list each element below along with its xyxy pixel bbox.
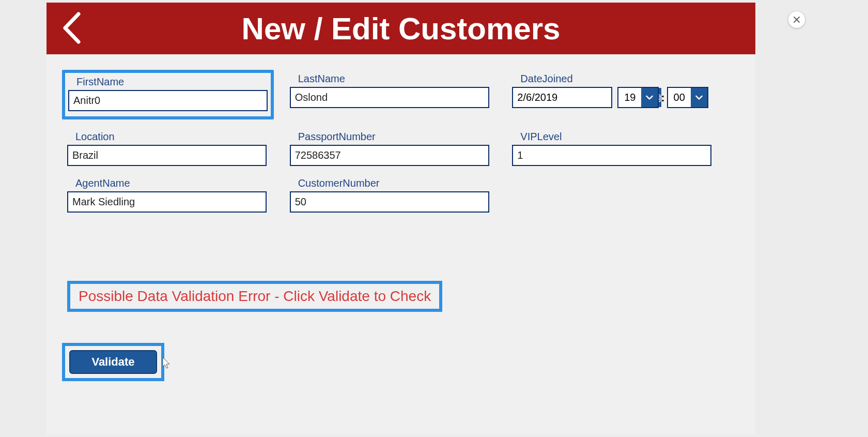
date-input-wrap (512, 87, 612, 108)
panel-title: New / Edit Customers (47, 11, 755, 47)
validation-warning-highlight: Possible Data Validation Error - Click V… (67, 281, 442, 312)
form-row: Location PassportNumber VIPLevel (67, 131, 735, 166)
passportnumber-label: PassportNumber (298, 131, 513, 143)
lastname-label: LastName (298, 73, 513, 85)
close-button[interactable] (788, 11, 805, 28)
lastname-input[interactable] (290, 87, 489, 108)
datejoined-label: DateJoined (520, 73, 735, 85)
close-icon (793, 16, 800, 23)
agentname-input[interactable] (67, 191, 267, 213)
form-row: FirstName LastName DateJoined (67, 73, 735, 119)
edit-customer-panel: New / Edit Customers FirstName LastName … (47, 3, 755, 434)
back-button[interactable] (60, 11, 83, 47)
passportnumber-input[interactable] (290, 145, 489, 166)
hour-select[interactable]: 19 (617, 87, 659, 108)
minute-value: 00 (668, 88, 691, 107)
viplevel-label: VIPLevel (520, 131, 735, 143)
minute-dropdown-button[interactable] (691, 88, 707, 107)
validation-warning-text: Possible Data Validation Error - Click V… (79, 288, 431, 304)
validate-highlight: Validate (62, 343, 164, 381)
form-area: FirstName LastName DateJoined (47, 54, 755, 381)
viplevel-input[interactable] (512, 145, 711, 166)
time-separator: : (659, 91, 667, 104)
hour-dropdown-button[interactable] (641, 88, 658, 107)
panel-header: New / Edit Customers (47, 3, 755, 54)
hour-value: 19 (618, 88, 641, 107)
location-label: Location (75, 131, 290, 143)
datejoined-cluster: 19 : 00 (512, 87, 735, 108)
firstname-label: FirstName (76, 76, 268, 88)
minute-select[interactable]: 00 (667, 87, 708, 108)
chevron-down-icon (645, 95, 654, 101)
location-input[interactable] (67, 145, 267, 166)
customernumber-input[interactable] (290, 191, 489, 213)
form-row: AgentName CustomerNumber (67, 177, 735, 213)
chevron-down-icon (695, 95, 703, 101)
firstname-highlight: FirstName (62, 70, 274, 119)
firstname-input[interactable] (68, 90, 268, 111)
validate-button[interactable]: Validate (69, 350, 157, 374)
customernumber-label: CustomerNumber (298, 177, 513, 189)
agentname-label: AgentName (75, 177, 290, 189)
chevron-left-icon (60, 11, 83, 45)
